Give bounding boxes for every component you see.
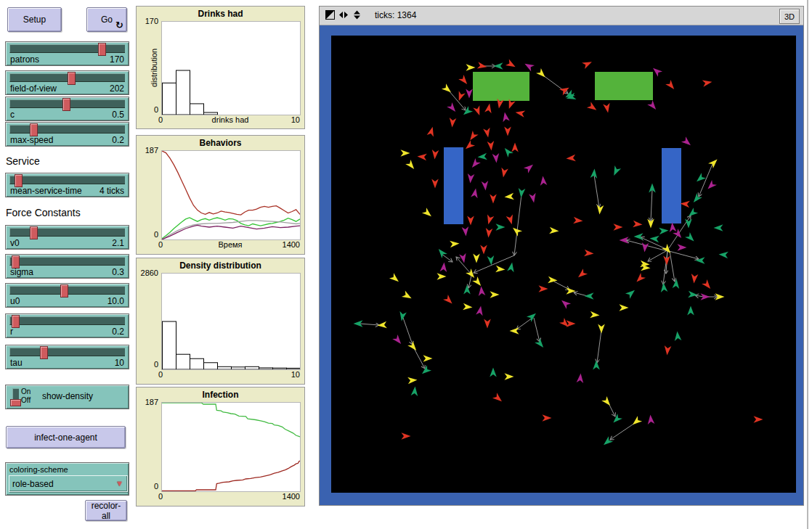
3d-button[interactable]: 3D [779,9,800,24]
forever-icon: ↻ [115,20,123,30]
slider-u0[interactable]: u010.0 [5,283,129,308]
infect-one-agent-label: infect-one-agent [34,432,97,443]
setup-button[interactable]: Setup [7,7,62,32]
service-heading: Service [6,155,40,167]
slider-tau[interactable]: tau10 [5,345,129,369]
histogram-bar [232,367,245,369]
switch-off-label: Off [21,396,31,405]
ticks-counter: ticks: 1364 [375,10,416,20]
y-max-label: 187 [137,398,158,406]
histogram-bar [204,363,218,369]
slider-value: 0.5 [112,110,124,120]
behaviors-chart [162,151,300,239]
histogram-bar [287,368,301,369]
chooser-dropdown[interactable]: role-based ▼ [9,475,128,492]
slider-channel [9,228,125,237]
vertical-arrows-icon [352,10,362,20]
slider-name: mean-service-time [10,186,82,196]
horizontal-arrows-icon [338,10,349,20]
histogram-bar [204,112,218,115]
slider-patrons[interactable]: patrons170 [5,41,129,66]
y-axis-label: distribution [150,21,160,114]
histogram-bar [218,366,232,369]
go-button[interactable]: Go ↻ [86,7,127,32]
histogram-bar [190,104,204,115]
slider-channel [9,125,125,134]
chooser-label: coloring-scheme [9,465,68,474]
coloring-scheme-chooser: coloring-scheme role-based ▼ [5,462,129,496]
slider-channel [9,348,125,356]
histogram-bar [259,368,273,369]
plot-infection: Infection 187 0 0 1400 [136,387,305,507]
slider-value: 0.2 [112,327,124,337]
series-susceptible [162,403,300,437]
recolor-all-button[interactable]: recolor-all [85,500,127,521]
histogram-bar [176,354,190,369]
obstacle-rect [473,72,529,101]
slider-c[interactable]: c0.5 [5,97,129,121]
slider-value: 0.3 [112,267,124,277]
obstacle-rect [662,148,681,224]
y-min-label: 0 [137,360,158,369]
slider-name: patrons [10,54,39,65]
slider-max-speed[interactable]: max-speed0.2 [5,122,129,147]
switch-name-label: show-density [42,391,93,401]
y-min-label: 0 [137,230,158,239]
plot-behaviors: Behaviors 187 0 0 Время 1400 [136,135,305,255]
slider-field-of-view[interactable]: field-of-view202 [5,70,129,95]
slider-name: max-speed [10,135,53,145]
infection-chart [162,403,300,491]
x-max-label: 1400 [283,240,300,249]
histogram-bar [176,70,190,115]
world-svg [331,36,796,493]
window-edge [807,0,808,529]
histogram-bar [190,358,204,369]
x-max-label: 1400 [283,492,300,501]
x-min-label: 0 [158,492,163,501]
series-red [162,151,300,215]
slider-name: field-of-view [10,83,57,94]
go-button-label: Go [101,15,113,25]
chevron-down-icon: ▼ [115,479,123,488]
plot-density-distribution: Density distribution 2860 0 0 10 [136,258,305,385]
slider-mean-service-time[interactable]: mean-service-time4 ticks [5,173,129,197]
slider-v0[interactable]: v02.1 [5,225,129,250]
x-axis-label: Время [161,240,299,249]
histogram-bar [273,368,287,369]
plot-title: Infection [137,390,304,400]
plot-title: Density distribution [137,261,304,271]
world-background [331,36,796,493]
resize-icon [325,10,335,20]
slider-sigma[interactable]: sigma0.3 [5,254,129,279]
world-canvas[interactable] [331,36,796,493]
slider-name: c [10,110,15,120]
plot-title: Behaviors [137,138,304,148]
slider-name: v0 [10,238,20,248]
plot-drinks-had: Drinks had 170 distribution 0 0 drinks h… [136,6,305,129]
obstacle-rect [595,72,653,100]
setup-button-label: Setup [23,15,46,25]
show-density-switch[interactable]: On Off show-density [5,385,129,409]
infect-one-agent-button[interactable]: infect-one-agent [6,426,126,448]
histogram-bar [163,83,176,115]
plot-title: Drinks had [137,9,304,19]
y-max-label: 187 [137,146,158,155]
world-view-widget: ticks: 1364 3D [319,6,804,506]
obstacle-rect [444,147,463,224]
chooser-value: role-based [12,479,54,489]
histogram-bar [163,321,176,369]
view-title-bar: ticks: 1364 3D [320,7,803,25]
slider-name: r [10,327,13,337]
switch-handle[interactable] [10,399,21,406]
series-magenta [162,225,300,239]
recolor-all-label: recolor-all [90,501,122,521]
slider-value: 10 [115,358,124,368]
slider-name: tau [10,358,23,368]
slider-channel [9,44,125,53]
slider-value: 202 [110,83,124,94]
y-min-label: 0 [137,105,158,114]
slider-value: 10.0 [107,296,124,306]
slider-value: 0.2 [112,135,124,145]
slider-value: 4 ticks [100,186,124,196]
slider-r[interactable]: r0.2 [5,313,129,338]
